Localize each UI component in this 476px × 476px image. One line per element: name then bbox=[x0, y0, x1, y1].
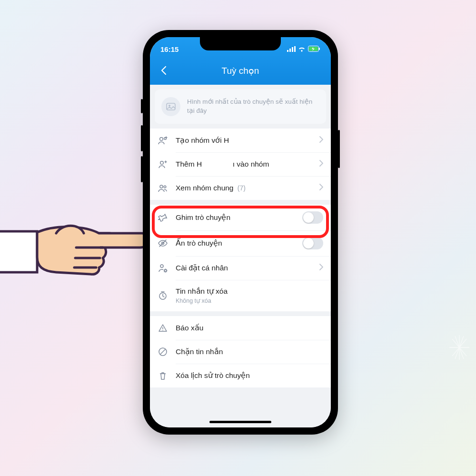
block-row[interactable]: Chặn tin nhắn bbox=[150, 340, 331, 364]
create-group-row[interactable]: Tạo nhóm với H bbox=[150, 129, 331, 152]
nav-bar: Tuỳ chọn bbox=[150, 56, 331, 85]
chevron-right-icon bbox=[319, 136, 323, 145]
personal-settings-row[interactable]: Cài đặt cá nhân bbox=[150, 256, 331, 280]
back-button[interactable] bbox=[157, 63, 171, 78]
create-group-label: Tạo nhóm với H bbox=[176, 136, 312, 145]
group-add-icon bbox=[158, 135, 168, 146]
svg-rect-15 bbox=[167, 103, 175, 110]
content-area: Hình mới nhất của trò chuyện sẽ xuất hiệ… bbox=[150, 85, 331, 427]
svg-point-24 bbox=[160, 265, 163, 268]
svg-point-17 bbox=[160, 138, 163, 141]
phone-notch bbox=[200, 37, 281, 50]
pin-chat-label: Ghim trò chuyện bbox=[176, 213, 295, 222]
svg-rect-13 bbox=[319, 48, 320, 50]
svg-point-16 bbox=[169, 105, 170, 107]
shared-groups-row[interactable]: Xem nhóm chung (7) bbox=[150, 176, 331, 200]
svg-point-20 bbox=[160, 185, 163, 188]
trash-icon bbox=[158, 370, 168, 381]
svg-rect-10 bbox=[294, 46, 296, 52]
warning-icon bbox=[158, 323, 168, 333]
shared-groups-label: Xem nhóm chung (7) bbox=[176, 183, 312, 193]
media-placeholder[interactable]: Hình mới nhất của trò chuyện sẽ xuất hiệ… bbox=[155, 89, 326, 124]
auto-delete-text: Tin nhắn tự xóa Không tự xóa bbox=[176, 287, 323, 305]
battery-icon bbox=[308, 45, 320, 53]
hide-chat-toggle[interactable] bbox=[302, 237, 323, 249]
svg-rect-9 bbox=[292, 47, 293, 52]
timer-icon bbox=[158, 290, 168, 301]
chevron-right-icon bbox=[319, 160, 323, 169]
home-indicator bbox=[209, 421, 271, 423]
phone-frame: 16:15 Tuỳ chọn bbox=[143, 30, 338, 435]
add-to-group-label: Thêm H ı vào nhóm bbox=[176, 159, 312, 169]
pin-icon bbox=[158, 212, 168, 223]
svg-point-11 bbox=[301, 50, 303, 52]
report-row[interactable]: Báo xấu bbox=[150, 316, 331, 340]
shared-groups-count: (7) bbox=[238, 184, 246, 192]
svg-point-19 bbox=[160, 161, 164, 165]
pointing-hand-illustration bbox=[0, 200, 148, 295]
report-label: Báo xấu bbox=[176, 323, 323, 333]
pin-chat-row[interactable]: Ghim trò chuyện bbox=[150, 205, 331, 230]
options-group-3: Báo xấu Chặn tin nhắn Xóa lịch sử trò ch… bbox=[150, 316, 331, 387]
delete-history-row[interactable]: Xóa lịch sử trò chuyện bbox=[150, 364, 331, 387]
block-label: Chặn tin nhắn bbox=[176, 347, 323, 357]
status-time: 16:15 bbox=[160, 45, 178, 53]
page-title: Tuỳ chọn bbox=[150, 65, 331, 76]
signal-icon bbox=[287, 45, 296, 53]
options-group-2: Ghim trò chuyện Ẩn trò chuyện Cài đặt cá… bbox=[150, 205, 331, 311]
options-group-1: Tạo nhóm với H Thêm H ı vào nhóm bbox=[150, 129, 331, 200]
svg-point-21 bbox=[164, 186, 166, 188]
auto-delete-label: Tin nhắn tự xóa bbox=[176, 287, 323, 296]
phone-screen: 16:15 Tuỳ chọn bbox=[150, 37, 331, 427]
svg-line-28 bbox=[160, 349, 166, 355]
delete-history-label: Xóa lịch sử trò chuyện bbox=[176, 371, 323, 380]
media-placeholder-text: Hình mới nhất của trò chuyện sẽ xuất hiệ… bbox=[187, 98, 319, 116]
sparkle-decoration bbox=[447, 333, 471, 364]
person-add-icon bbox=[158, 159, 168, 169]
wifi-icon bbox=[298, 45, 306, 53]
eye-off-icon bbox=[158, 238, 168, 248]
block-icon bbox=[158, 347, 168, 357]
chevron-right-icon bbox=[319, 264, 323, 272]
media-placeholder-icon bbox=[161, 97, 180, 116]
chevron-right-icon bbox=[319, 184, 323, 192]
hide-chat-label: Ẩn trò chuyện bbox=[176, 238, 295, 248]
hide-chat-row[interactable]: Ẩn trò chuyện bbox=[150, 230, 331, 256]
auto-delete-row[interactable]: Tin nhắn tự xóa Không tự xóa bbox=[150, 280, 331, 311]
pin-chat-toggle[interactable] bbox=[302, 211, 323, 224]
svg-rect-7 bbox=[287, 50, 288, 52]
personal-settings-label: Cài đặt cá nhân bbox=[176, 263, 312, 273]
svg-rect-0 bbox=[0, 231, 37, 272]
auto-delete-sub: Không tự xóa bbox=[176, 297, 323, 305]
add-to-group-row[interactable]: Thêm H ı vào nhóm bbox=[150, 152, 331, 176]
person-gear-icon bbox=[158, 263, 168, 273]
svg-rect-8 bbox=[289, 49, 291, 52]
people-icon bbox=[158, 183, 168, 193]
